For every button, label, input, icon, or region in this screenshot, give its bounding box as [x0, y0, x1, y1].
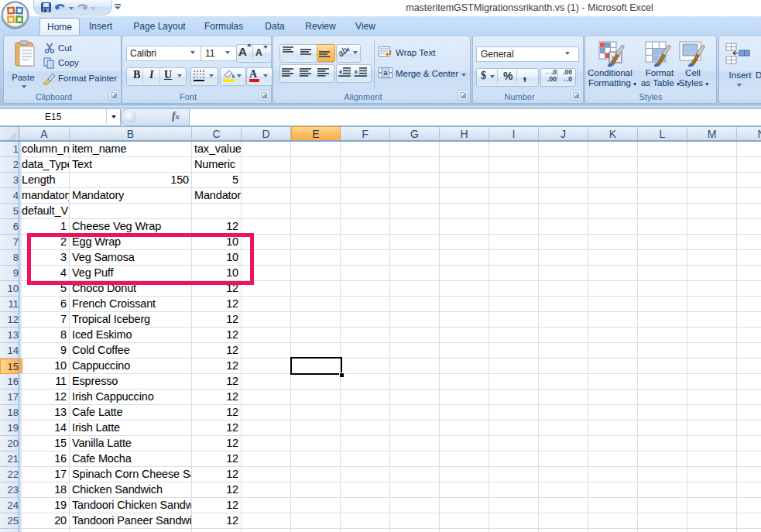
- svg-text:ab: ab: [338, 46, 349, 58]
- svg-text:a: a: [384, 69, 388, 77]
